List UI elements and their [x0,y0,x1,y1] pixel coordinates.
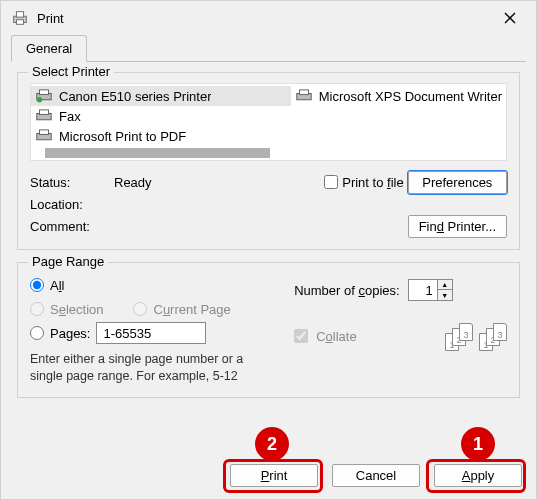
spin-down[interactable]: ▼ [438,290,452,300]
annotation-badge-1: 1 [461,427,495,461]
printer-item-xps[interactable]: Microsoft XPS Document Writer [291,86,506,106]
scrollbar-thumb[interactable] [45,148,270,158]
cancel-button[interactable]: Cancel [332,464,420,487]
printer-label: Fax [59,109,81,124]
radio-selection: Selection [30,297,103,321]
tab-strip: General [11,35,526,62]
collate-label: Collate [316,329,356,344]
collate-checkbox [294,329,308,343]
printer-icon [11,9,29,27]
printer-icon [35,129,53,143]
find-printer-button[interactable]: Find Printer... [408,215,507,238]
copies-input[interactable] [409,283,437,298]
printer-label: Microsoft Print to PDF [59,129,186,144]
printer-icon [35,109,53,123]
printer-item-canon[interactable]: Canon E510 series Printer [31,86,291,106]
printer-list[interactable]: Canon E510 series Printer Fax Microsoft … [30,83,507,161]
svg-rect-11 [299,90,308,94]
copies-label: Number of copies: [294,283,400,298]
svg-rect-7 [39,110,48,114]
tab-panel: Select Printer Canon E510 series Printer… [1,62,536,420]
radio-pages-label: Pages: [50,326,90,341]
page-range-hint: Enter either a single page number or a s… [30,351,264,385]
copies-spinner[interactable]: ▲ ▼ [408,279,453,301]
window-title: Print [37,11,490,26]
status-value: Ready [114,175,320,190]
printer-icon [35,89,53,103]
horizontal-scrollbar[interactable] [33,148,507,158]
titlebar: Print [1,1,536,35]
tab-general-label: General [26,41,72,56]
select-printer-group-label: Select Printer [28,64,114,79]
radio-selection-label: Selection [50,302,103,317]
comment-label: Comment: [30,219,110,234]
printer-label: Canon E510 series Printer [59,89,211,104]
radio-selection-input [30,302,44,316]
page-range-group: Page Range All Selection Curr [17,262,520,398]
print-to-file-checkbox[interactable]: Print to file [324,175,403,190]
print-to-file-label: Print to file [342,175,403,190]
svg-rect-9 [39,130,48,134]
select-printer-group: Select Printer Canon E510 series Printer… [17,72,520,250]
printer-item-fax[interactable]: Fax [31,106,291,126]
apply-button[interactable]: Apply [434,464,522,487]
radio-pages-input[interactable] [30,326,44,340]
close-icon [504,12,516,24]
preferences-button[interactable]: Preferences [408,171,507,194]
printer-icon [295,89,313,103]
radio-current-page: Current Page [133,297,230,321]
svg-point-5 [37,97,42,102]
radio-pages[interactable]: Pages: [30,321,264,345]
radio-all-label: All [50,278,64,293]
radio-current-page-label: Current Page [153,302,230,317]
print-button[interactable]: Print [230,464,318,487]
status-label: Status: [30,175,110,190]
pages-input[interactable] [96,322,206,344]
dialog-buttons: Print Cancel Apply [230,464,522,487]
spin-up[interactable]: ▲ [438,280,452,290]
radio-current-page-input [133,302,147,316]
close-button[interactable] [490,5,530,31]
page-range-group-label: Page Range [28,254,108,269]
printer-label: Microsoft XPS Document Writer [319,89,502,104]
annotation-badge-2: 2 [255,427,289,461]
radio-all[interactable]: All [30,273,264,297]
location-label: Location: [30,197,110,212]
svg-rect-1 [16,12,23,17]
svg-rect-2 [16,20,23,25]
svg-rect-4 [39,90,48,94]
printer-item-pdf[interactable]: Microsoft Print to PDF [31,126,291,146]
collate-icon: 123 123 [445,321,507,351]
print-to-file-input[interactable] [324,175,338,189]
radio-all-input[interactable] [30,278,44,292]
tab-general[interactable]: General [11,35,87,62]
print-dialog: Print General Select Printer Canon E510 … [0,0,537,500]
